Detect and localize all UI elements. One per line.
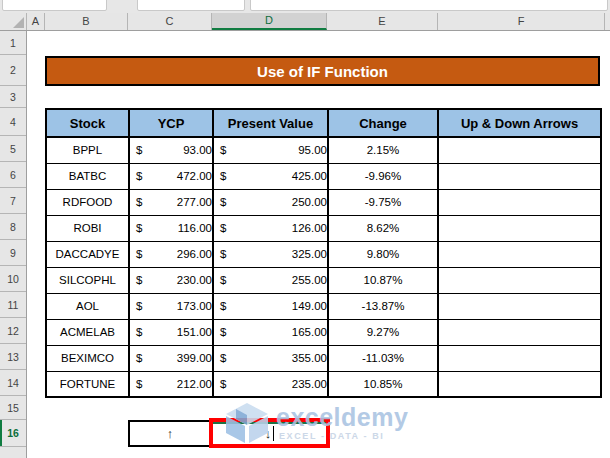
row-header-1[interactable]: 1 [0,31,26,55]
table-header-stock[interactable]: Stock [46,109,129,137]
function-button-area[interactable] [137,0,245,11]
table-row: BATBC $472.00 $425.00 -9.96% [46,163,601,189]
title-banner[interactable]: Use of IF Function [45,56,600,86]
cell-present-value[interactable]: $250.00 [213,189,328,215]
cell-present-value[interactable]: $95.00 [213,137,328,163]
cell-change[interactable]: 10.85% [328,371,438,397]
cell-arrows-empty[interactable] [438,345,601,371]
cell-arrows-empty[interactable] [438,371,601,397]
cell-present-value[interactable]: $355.00 [213,345,328,371]
cell-present-value[interactable]: $325.00 [213,241,328,267]
cell-ycp[interactable]: $472.00 [129,163,213,189]
cell-arrows-empty[interactable] [438,137,601,163]
currency-symbol: $ [220,274,226,286]
table-row: RDFOOD $277.00 $250.00 -9.75% [46,189,601,215]
cell-arrows-empty[interactable] [438,163,601,189]
cell-stock[interactable]: AOL [46,293,129,319]
page-title: Use of IF Function [257,63,388,80]
row-header-12[interactable]: 12 [0,318,26,344]
cell-ycp[interactable]: $93.00 [129,137,213,163]
cell-change[interactable]: -9.96% [328,163,438,189]
table-row: SILCOPHL $230.00 $255.00 10.87% [46,267,601,293]
cell-present-value[interactable]: $165.00 [213,319,328,345]
column-header-filler [605,13,610,30]
cell-change[interactable]: 8.62% [328,215,438,241]
up-arrow-cell[interactable]: ↑ [128,420,212,447]
cell-change[interactable]: 2.15% [328,137,438,163]
cell-ycp[interactable]: $296.00 [129,241,213,267]
table-header-ycp[interactable]: YCP [129,109,213,137]
column-header-row: A B C D E F [0,13,610,31]
cell-stock[interactable]: BATBC [46,163,129,189]
row-header-13[interactable]: 13 [0,344,26,370]
cell-present-value[interactable]: $149.00 [213,293,328,319]
column-header-d-selected[interactable]: D [212,13,327,30]
cell-change[interactable]: 10.87% [328,267,438,293]
cell-change[interactable]: -11.03% [328,345,438,371]
row-header-14[interactable]: 14 [0,370,26,396]
cell-change[interactable]: 9.27% [328,319,438,345]
formula-bar[interactable] [250,0,608,11]
cell-change[interactable]: -13.87% [328,293,438,319]
cell-arrows-empty[interactable] [438,293,601,319]
cell-present-value[interactable]: $255.00 [213,267,328,293]
exceldemy-cube-icon [224,402,270,444]
cell-ycp[interactable]: $399.00 [129,345,213,371]
row-header-15[interactable]: 15 [0,396,26,420]
column-header-e[interactable]: E [327,13,438,30]
row-header-6[interactable]: 6 [0,162,26,188]
cell-stock[interactable]: RDFOOD [46,189,129,215]
table-header-row: Stock YCP Present Value Change Up & Down… [46,109,601,137]
row-header-17-partial[interactable] [0,447,26,458]
table-header-change[interactable]: Change [328,109,438,137]
cell-ycp[interactable]: $277.00 [129,189,213,215]
table-header-present-value[interactable]: Present Value [213,109,328,137]
table-header-up-down-arrows[interactable]: Up & Down Arrows [438,109,601,137]
currency-symbol: $ [136,248,142,260]
cell-ycp[interactable]: $173.00 [129,293,213,319]
cell-stock[interactable]: ACMELAB [46,319,129,345]
column-header-f[interactable]: F [438,13,605,30]
cell-ycp[interactable]: $212.00 [129,371,213,397]
table-row: AOL $173.00 $149.00 -13.87% [46,293,601,319]
cell-stock[interactable]: FORTUNE [46,371,129,397]
cell-arrows-empty[interactable] [438,189,601,215]
cell-arrows-empty[interactable] [438,241,601,267]
cell-arrows-empty[interactable] [438,267,601,293]
cell-stock[interactable]: BEXIMCO [46,345,129,371]
cell-arrows-empty[interactable] [438,319,601,345]
row-header-16-selected[interactable]: 16 [0,420,26,447]
cell-change[interactable]: -9.75% [328,189,438,215]
cell-change[interactable]: 9.80% [328,241,438,267]
row-header-8[interactable]: 8 [0,214,26,240]
cell-ycp[interactable]: $230.00 [129,267,213,293]
cell-stock[interactable]: DACCADYE [46,241,129,267]
row-header-5[interactable]: 5 [0,136,26,162]
row-header-11[interactable]: 11 [0,292,26,318]
cell-stock[interactable]: ROBI [46,215,129,241]
cell-stock[interactable]: BPPL [46,137,129,163]
row-header-3[interactable]: 3 [0,86,26,108]
row-header-9[interactable]: 9 [0,240,26,266]
select-all-triangle-icon [13,17,24,28]
currency-symbol: $ [220,378,226,390]
currency-symbol: $ [220,222,226,234]
cell-stock[interactable]: SILCOPHL [46,267,129,293]
name-box[interactable] [2,0,107,11]
column-header-b[interactable]: B [45,13,128,30]
stock-table: Stock YCP Present Value Change Up & Down… [45,108,602,398]
row-header-4[interactable]: 4 [0,108,26,136]
cell-ycp[interactable]: $116.00 [129,215,213,241]
cell-present-value[interactable]: $235.00 [213,371,328,397]
select-all-corner[interactable] [0,13,27,30]
row-header-10[interactable]: 10 [0,266,26,292]
cell-ycp[interactable]: $151.00 [129,319,213,345]
currency-symbol: $ [136,326,142,338]
cell-present-value[interactable]: $126.00 [213,215,328,241]
column-header-a[interactable]: A [27,13,45,30]
row-header-7[interactable]: 7 [0,188,26,214]
row-header-2[interactable]: 2 [0,55,26,86]
column-header-c[interactable]: C [128,13,212,30]
cell-arrows-empty[interactable] [438,215,601,241]
cell-present-value[interactable]: $425.00 [213,163,328,189]
